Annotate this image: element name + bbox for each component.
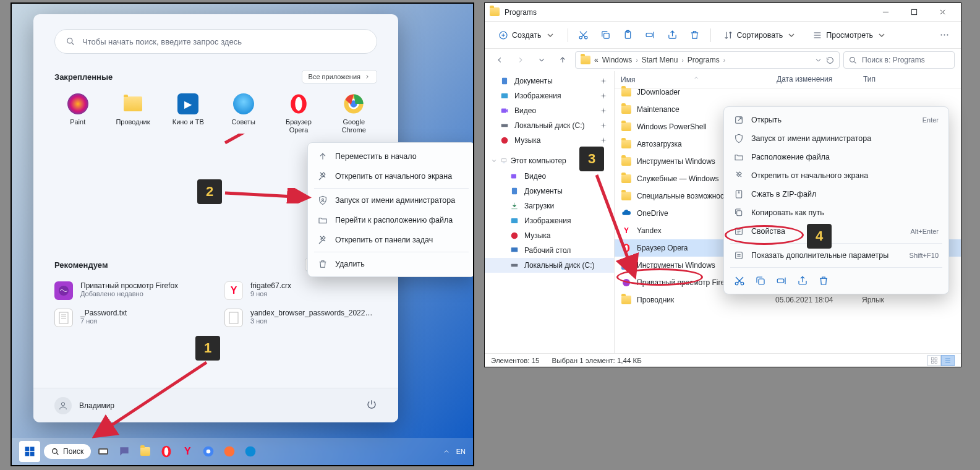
nav-up[interactable] xyxy=(554,51,571,69)
taskbar-yandex[interactable]: Y xyxy=(179,443,196,460)
firefox-icon xyxy=(223,445,236,458)
ctx-move-top[interactable]: Переместить в начало xyxy=(308,147,474,166)
svg-point-10 xyxy=(322,199,324,200)
firefox-icon xyxy=(58,285,69,296)
search-placeholder: Поиск в: Programs xyxy=(862,56,925,64)
nav-recent[interactable] xyxy=(533,51,550,69)
sidebar-item-documents[interactable]: Документы xyxy=(485,74,614,88)
search-input[interactable]: Чтобы начать поиск, введите запрос здесь xyxy=(54,29,377,54)
pc-icon xyxy=(501,158,507,164)
svg-point-23 xyxy=(245,446,256,457)
pinned-movies[interactable]: ▶Кино и ТВ xyxy=(165,93,211,134)
breadcrumb[interactable]: Start Menu xyxy=(642,56,678,64)
ctx-unpin-task[interactable]: Открепить от панели задач xyxy=(308,230,474,250)
svg-rect-56 xyxy=(932,361,934,364)
lang-indicator[interactable]: EN xyxy=(456,448,466,455)
rec-yandex-pw[interactable]: yandex_browser_passwords_2022-1...3 ноя xyxy=(224,309,377,327)
sidebar-item-videos[interactable]: Видео xyxy=(485,103,614,118)
copy-icon[interactable] xyxy=(755,275,766,286)
taskbar-firefox[interactable] xyxy=(221,443,238,460)
taskbar-explorer[interactable] xyxy=(137,443,154,460)
unpin-icon xyxy=(734,171,744,181)
view-button[interactable]: Просмотреть xyxy=(806,27,893,43)
column-headers[interactable]: Имя Дата изменения Тип xyxy=(615,71,961,88)
svg-point-35 xyxy=(940,34,942,35)
nav-back[interactable] xyxy=(491,51,508,69)
taskbar-taskview[interactable] xyxy=(95,443,112,460)
document-icon xyxy=(500,77,509,85)
sidebar-item-pictures[interactable]: Изображения xyxy=(485,88,614,103)
minimize-button[interactable] xyxy=(872,4,899,21)
pinned-chrome[interactable]: Google Chrome xyxy=(331,93,377,134)
share-icon[interactable] xyxy=(797,275,808,286)
svg-rect-8 xyxy=(229,312,238,323)
sort-label: Сортировать xyxy=(737,31,783,40)
annotation-arrow-2b xyxy=(222,188,315,203)
view-large-button[interactable] xyxy=(927,355,941,366)
ctx-open[interactable]: ОткрытьEnter xyxy=(724,111,948,129)
search-icon xyxy=(849,56,857,64)
folder-icon xyxy=(490,7,500,17)
paste-button[interactable] xyxy=(619,26,637,45)
chevron-down-icon[interactable] xyxy=(814,56,822,64)
rename-icon[interactable] xyxy=(776,275,787,286)
scissors-icon xyxy=(578,30,589,40)
close-button[interactable] xyxy=(929,4,956,21)
ctx-run-admin[interactable]: Запуск от имени администратора xyxy=(308,190,474,210)
ctx-show-more[interactable]: Показать дополнительные параметрыShift+F… xyxy=(724,246,948,265)
rec-firefox-private[interactable]: Приватный просмотр FirefoxДобавлено неда… xyxy=(54,281,207,300)
sidebar-item-localdisk[interactable]: Локальный диск (C:) xyxy=(485,118,614,133)
share-button[interactable] xyxy=(663,26,682,45)
svg-point-48 xyxy=(511,233,518,239)
sort-button[interactable]: Сортировать xyxy=(717,27,803,43)
pinned-explorer[interactable]: Проводник xyxy=(109,93,156,134)
scissors-icon[interactable] xyxy=(734,275,745,286)
maximize-button[interactable] xyxy=(900,4,927,21)
ctx-file-location[interactable]: Расположение файла xyxy=(724,148,948,166)
ctx-goto-file[interactable]: Перейти к расположению файла xyxy=(308,210,474,230)
address-bar[interactable]: « Windows› Start Menu› Programs› xyxy=(575,51,840,69)
delete-button[interactable] xyxy=(686,26,704,45)
rename-button[interactable] xyxy=(641,26,660,45)
annotation-badge-1: 1 xyxy=(195,336,220,361)
svg-rect-39 xyxy=(502,78,507,85)
rec-password[interactable]: _Password.txt7 ноя xyxy=(54,309,207,327)
all-apps-button[interactable]: Все приложения xyxy=(302,70,377,83)
nav-forward[interactable] xyxy=(512,51,529,69)
svg-rect-13 xyxy=(25,452,30,456)
view-details-button[interactable] xyxy=(941,355,955,366)
chevron-up-icon[interactable] xyxy=(443,448,450,455)
trash-icon[interactable] xyxy=(818,275,829,286)
explorer-search[interactable]: Поиск в: Programs xyxy=(843,51,955,69)
more-button[interactable] xyxy=(935,26,953,45)
ctx-delete[interactable]: Удалить xyxy=(308,254,474,274)
annotation-oval-properties xyxy=(725,225,804,245)
yandex-icon: Y xyxy=(231,285,237,296)
taskbar-chrome[interactable] xyxy=(200,443,217,460)
ctx-copy-path[interactable]: Копировать как путь xyxy=(724,203,948,222)
copy-button[interactable] xyxy=(597,26,615,45)
power-button[interactable] xyxy=(366,399,377,412)
taskbar-opera[interactable] xyxy=(158,443,175,460)
new-button[interactable]: Создать xyxy=(492,27,561,43)
start-button[interactable] xyxy=(19,441,40,462)
file-icon xyxy=(229,312,239,324)
breadcrumb[interactable]: Programs xyxy=(688,56,720,64)
breadcrumb[interactable]: Windows xyxy=(602,56,633,64)
unpin-icon xyxy=(318,235,328,245)
refresh-icon[interactable] xyxy=(826,56,834,64)
rec-frigate[interactable]: Yfrigate67.crx9 ноя xyxy=(224,281,377,300)
ctx-unpin-start[interactable]: Открепить от начального экрана xyxy=(308,166,474,186)
ctx-zip[interactable]: Сжать в ZIP-файл xyxy=(724,185,948,203)
pinned-tips[interactable]: Советы xyxy=(220,93,266,134)
ctx-run-admin[interactable]: Запуск от имени администратора xyxy=(724,129,948,148)
sidebar-item-music[interactable]: Музыка xyxy=(485,133,614,148)
pinned-opera[interactable]: Браузер Opera xyxy=(275,93,322,134)
taskbar-search[interactable]: Поиск xyxy=(44,444,91,459)
pinned-paint[interactable]: Paint xyxy=(54,93,101,134)
taskbar-edge[interactable] xyxy=(242,443,259,460)
ctx-unpin-start[interactable]: Открепить от начального экрана xyxy=(724,166,948,185)
taskbar-chat[interactable] xyxy=(116,443,133,460)
more-options-icon xyxy=(734,250,744,260)
cut-button[interactable] xyxy=(574,26,593,45)
